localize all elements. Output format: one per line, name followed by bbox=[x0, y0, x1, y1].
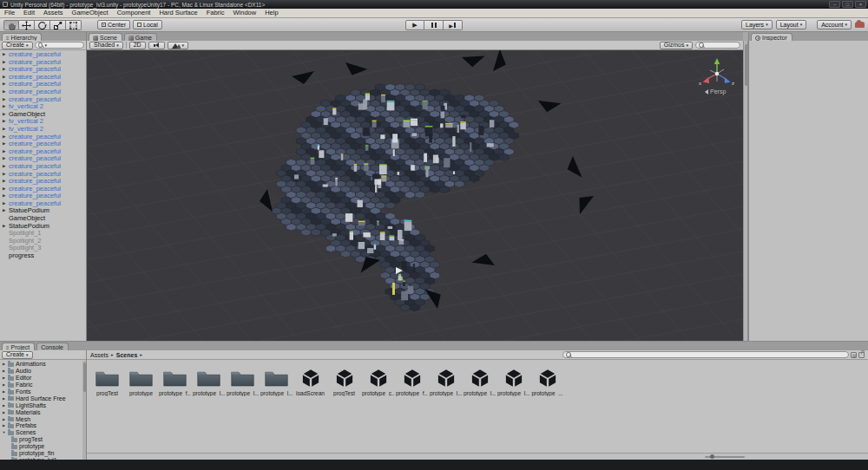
asset-item-scene[interactable]: progTest bbox=[328, 367, 360, 396]
expand-arrow-icon[interactable]: ▼ bbox=[2, 430, 6, 434]
breadcrumb-root[interactable]: Assets bbox=[90, 352, 108, 358]
asset-item-folder[interactable]: prototype_l... bbox=[227, 367, 259, 396]
collab-cloud-icon[interactable] bbox=[855, 22, 865, 28]
hierarchy-search-input[interactable]: ▾ bbox=[35, 42, 84, 49]
tab-game[interactable]: Game bbox=[124, 33, 157, 41]
expand-arrow-icon[interactable]: ▶ bbox=[3, 186, 7, 193]
scrollbar-thumb[interactable] bbox=[745, 44, 748, 86]
expand-arrow-icon[interactable]: ▶ bbox=[2, 423, 6, 428]
scene-audio-toggle[interactable] bbox=[148, 42, 165, 49]
asset-item-scene[interactable]: loadScrean bbox=[294, 367, 326, 396]
pause-button[interactable] bbox=[424, 20, 444, 30]
project-tree-item[interactable]: ▶Fonts bbox=[0, 388, 86, 395]
scene-3d-canvas[interactable]: xz bbox=[87, 50, 743, 341]
maximize-button[interactable]: □ bbox=[842, 1, 853, 8]
scrollbar-thumb[interactable] bbox=[83, 362, 86, 392]
expand-arrow-icon[interactable]: ▶ bbox=[2, 396, 6, 401]
asset-item-folder[interactable]: prototype_l... bbox=[260, 367, 293, 396]
menu-item-edit[interactable]: Edit bbox=[19, 9, 39, 17]
expand-arrow-icon[interactable]: ▶ bbox=[2, 403, 6, 408]
expand-arrow-icon[interactable]: ▶ bbox=[3, 140, 7, 148]
asset-item-scene[interactable]: prototype_c... bbox=[362, 367, 394, 396]
menu-item-hard-surface[interactable]: Hard Surface bbox=[155, 9, 201, 17]
minimize-button[interactable]: – bbox=[829, 1, 840, 8]
icon-size-slider[interactable] bbox=[705, 456, 745, 458]
2d-toggle-button[interactable]: 2D bbox=[129, 42, 146, 49]
scene-effects-dropdown[interactable]: ▾ bbox=[168, 42, 189, 49]
menu-item-gameobject[interactable]: GameObject bbox=[68, 9, 113, 17]
asset-item-scene[interactable]: prototype_l... bbox=[430, 367, 462, 396]
asset-item-scene[interactable]: prototype_... bbox=[531, 367, 563, 396]
pivot-toggle-button[interactable]: Center bbox=[97, 20, 130, 29]
project-tree-item[interactable]: prototype_fin bbox=[0, 450, 86, 457]
project-tree-item[interactable]: ▶LightShafts bbox=[0, 401, 86, 408]
space-toggle-button[interactable]: Local bbox=[133, 20, 162, 29]
close-button[interactable]: × bbox=[855, 1, 866, 8]
expand-arrow-icon[interactable]: ▶ bbox=[3, 126, 7, 134]
expand-arrow-icon[interactable]: ▶ bbox=[3, 111, 7, 119]
asset-item-scene[interactable]: prototype_l... bbox=[464, 367, 496, 396]
expand-arrow-icon[interactable]: ▶ bbox=[3, 223, 7, 231]
project-search-input[interactable] bbox=[562, 351, 849, 358]
expand-arrow-icon[interactable]: ▶ bbox=[3, 155, 7, 163]
account-dropdown[interactable]: Account ▾ bbox=[817, 20, 852, 29]
menu-item-window[interactable]: Window bbox=[228, 9, 260, 17]
asset-item-folder[interactable]: progTest bbox=[91, 367, 123, 396]
tree-scrollbar[interactable] bbox=[82, 361, 86, 460]
expand-arrow-icon[interactable]: ▶ bbox=[2, 417, 6, 421]
project-tree-item[interactable]: ▼Scenes bbox=[0, 429, 86, 436]
expand-arrow-icon[interactable]: ▶ bbox=[3, 81, 7, 88]
expand-arrow-icon[interactable]: ▶ bbox=[3, 178, 7, 186]
menu-item-help[interactable]: Help bbox=[260, 9, 282, 17]
menu-item-file[interactable]: File bbox=[0, 9, 19, 17]
expand-arrow-icon[interactable]: ▶ bbox=[3, 134, 7, 141]
breadcrumb-current[interactable]: Scenes bbox=[116, 352, 138, 358]
expand-arrow-icon[interactable]: ▶ bbox=[3, 96, 7, 104]
play-button[interactable]: ▶ bbox=[405, 20, 424, 30]
asset-item-folder[interactable]: prototype_l... bbox=[193, 367, 225, 396]
expand-arrow-icon[interactable]: ▶ bbox=[3, 51, 7, 59]
tab-scene[interactable]: Scene bbox=[89, 33, 122, 41]
asset-item-folder[interactable]: prototype bbox=[125, 367, 157, 396]
tab-inspector[interactable]: Inspector bbox=[751, 33, 792, 41]
expand-arrow-icon[interactable]: ▶ bbox=[3, 66, 7, 74]
expand-arrow-icon[interactable]: ▶ bbox=[3, 193, 7, 200]
tab-project[interactable]: ≡ Project bbox=[2, 343, 35, 350]
expand-arrow-icon[interactable]: ▶ bbox=[3, 171, 7, 179]
slider-thumb[interactable] bbox=[710, 454, 714, 459]
asset-item-scene[interactable]: prototype_f... bbox=[396, 367, 428, 396]
scene-search-input[interactable] bbox=[695, 42, 740, 49]
expand-arrow-icon[interactable]: ▶ bbox=[3, 103, 7, 111]
asset-item-folder[interactable]: prototype_f... bbox=[159, 367, 191, 396]
expand-arrow-icon[interactable]: ▶ bbox=[3, 148, 7, 156]
asset-item-scene[interactable]: prototype_l... bbox=[497, 367, 529, 396]
menu-item-component[interactable]: Component bbox=[113, 9, 155, 17]
project-tree-item[interactable]: ▶Animations bbox=[0, 361, 86, 368]
project-tree-item[interactable]: progTest bbox=[0, 436, 86, 443]
expand-arrow-icon[interactable]: ▶ bbox=[2, 369, 6, 373]
project-tree-item[interactable]: ▶Fabric bbox=[0, 382, 86, 388]
lock-icon[interactable] bbox=[858, 352, 865, 358]
rotate-tool-button[interactable] bbox=[35, 20, 50, 30]
project-tree-item[interactable]: ▶Materials bbox=[0, 408, 86, 415]
expand-arrow-icon[interactable]: ▶ bbox=[2, 375, 6, 380]
expand-arrow-icon[interactable]: ▶ bbox=[2, 389, 6, 394]
project-tree-item[interactable]: ▶Audio bbox=[0, 368, 86, 375]
tab-hierarchy[interactable]: ≡ Hierarchy bbox=[2, 33, 42, 41]
scale-tool-button[interactable] bbox=[50, 20, 66, 30]
scene-viewport[interactable]: xz Persp bbox=[87, 50, 743, 341]
move-tool-button[interactable] bbox=[19, 20, 35, 30]
persp-indicator[interactable]: Persp bbox=[705, 88, 726, 95]
expand-arrow-icon[interactable]: ▶ bbox=[3, 163, 7, 171]
expand-arrow-icon[interactable]: ▶ bbox=[2, 362, 6, 366]
project-tree-item[interactable]: ▶Prefabs bbox=[0, 422, 86, 429]
menu-item-fabric[interactable]: Fabric bbox=[202, 9, 229, 17]
menu-item-assets[interactable]: Assets bbox=[39, 9, 68, 17]
expand-arrow-icon[interactable]: ▶ bbox=[3, 118, 7, 126]
breadcrumb[interactable]: Assets ▸ Scenes ▸ bbox=[90, 352, 142, 358]
expand-arrow-icon[interactable]: ▶ bbox=[3, 59, 7, 67]
window-title-bar[interactable]: Unity Personal (64bit) - prototype_lvl3.… bbox=[0, 0, 868, 9]
rect-tool-button[interactable] bbox=[66, 20, 82, 30]
draw-mode-dropdown[interactable]: Shaded ▾ bbox=[89, 42, 123, 49]
expand-arrow-icon[interactable]: ▶ bbox=[3, 88, 7, 96]
